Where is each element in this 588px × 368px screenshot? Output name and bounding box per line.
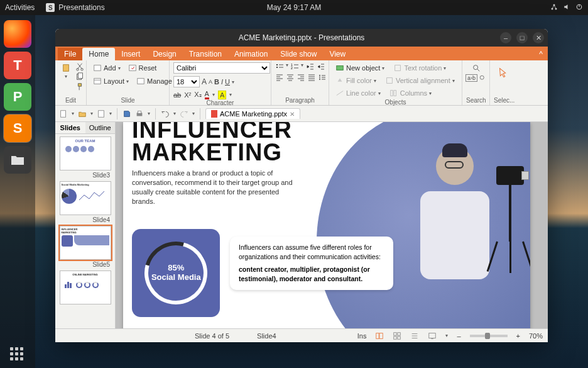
menu-design[interactable]: Design	[146, 48, 182, 60]
undo-icon[interactable]	[161, 109, 170, 118]
show-applications[interactable]	[10, 347, 23, 360]
sub-button[interactable]: X₂	[194, 91, 201, 99]
callout-box: Influencers can assume five different ro…	[230, 237, 393, 290]
font-color-button[interactable]: A	[205, 90, 209, 99]
print-icon[interactable]	[135, 109, 144, 118]
outline-tab[interactable]: Outline	[85, 122, 116, 133]
view-outline-icon[interactable]	[410, 332, 419, 340]
line-spacing-icon[interactable]	[318, 73, 327, 82]
new-object-button[interactable]: New object ▾	[333, 62, 387, 74]
power-icon[interactable]	[575, 3, 583, 13]
add-slide-button[interactable]: Add ▾	[90, 62, 123, 74]
new-doc-icon[interactable]	[59, 109, 68, 118]
underline-button[interactable]: U	[225, 78, 230, 86]
copy-icon[interactable]	[75, 72, 84, 81]
zoom-out[interactable]: –	[457, 332, 460, 340]
zoom-slider[interactable]	[470, 335, 508, 337]
slides-tab[interactable]: Slides	[55, 122, 85, 133]
line-color-button[interactable]: Line color ▾	[333, 87, 383, 99]
zoom-in[interactable]: +	[516, 332, 520, 340]
font-size-select[interactable]: 18	[173, 76, 200, 87]
highlight-button[interactable]: A	[218, 91, 226, 99]
super-button[interactable]: X²	[184, 91, 191, 99]
align-left-icon[interactable]	[275, 73, 284, 82]
reset-slide-button[interactable]: Reset	[126, 62, 160, 74]
dock: T P S	[0, 15, 35, 368]
menu-slideshow[interactable]: Slide show	[274, 48, 323, 60]
shrink-font-icon[interactable]: A	[209, 79, 212, 85]
slide-thumb-3[interactable]: OUR TEAM	[60, 137, 111, 170]
menu-view[interactable]: View	[323, 48, 352, 60]
svg-text:2: 2	[291, 66, 293, 70]
volume-icon[interactable]	[563, 3, 570, 13]
svg-rect-40	[394, 332, 396, 335]
hero-image	[317, 122, 530, 328]
inc-indent-icon[interactable]	[316, 62, 325, 71]
slide-thumb-4b[interactable]: INFLUENCERMARKETING	[60, 226, 111, 260]
select-tool-icon[interactable]	[496, 66, 510, 80]
activities-button[interactable]: Activities	[5, 3, 35, 12]
slide-canvas[interactable]: INFLUENCERMARKETING Influencers make a b…	[116, 122, 548, 328]
italic-button[interactable]: I	[221, 78, 223, 86]
numbering-icon[interactable]: 12	[290, 62, 299, 71]
underline-dropdown[interactable]: ▾	[232, 79, 234, 85]
columns-button[interactable]: Columns ▾	[387, 87, 434, 99]
slide-thumb-5[interactable]: ONLINE MARKETING	[60, 270, 111, 304]
cut-icon[interactable]	[75, 62, 84, 71]
slide-thumb-4a[interactable]: Social Media Marketing	[60, 181, 111, 215]
gnome-topbar: Activities S Presentations May 24 9:17 A…	[0, 0, 588, 15]
replace-icon[interactable]: a›b	[466, 74, 477, 82]
view-show-icon[interactable]	[428, 332, 437, 340]
svg-rect-37	[70, 283, 72, 288]
format-painter-icon[interactable]	[75, 82, 84, 91]
zoom-level[interactable]: 70%	[529, 332, 543, 340]
save-icon[interactable]	[122, 109, 131, 118]
network-icon[interactable]	[550, 3, 558, 13]
dock-planmaker[interactable]: P	[4, 83, 31, 111]
slide-label: Slide4	[55, 216, 115, 223]
dock-firefox[interactable]	[4, 20, 31, 48]
dock-presentations[interactable]: S	[4, 114, 31, 142]
menu-insert[interactable]: Insert	[115, 48, 146, 60]
menu-file[interactable]: File	[58, 48, 82, 60]
dock-files[interactable]	[4, 146, 31, 174]
view-sorter-icon[interactable]	[393, 332, 401, 340]
dock-textmaker[interactable]: T	[4, 52, 31, 79]
grow-font-icon[interactable]: A	[202, 77, 207, 86]
align-justify-icon[interactable]	[307, 73, 316, 82]
ribbon-collapse-icon[interactable]: ^	[533, 48, 548, 60]
dec-indent-icon[interactable]	[305, 62, 314, 71]
font-family-select[interactable]: Calibri	[173, 62, 270, 74]
redo-icon[interactable]	[180, 109, 188, 118]
minimize-button[interactable]: –	[500, 32, 511, 43]
bold-button[interactable]: B	[214, 78, 219, 86]
menu-animation[interactable]: Animation	[228, 48, 274, 60]
menu-transition[interactable]: Transition	[183, 48, 228, 60]
svg-rect-38	[376, 333, 379, 338]
layout-button[interactable]: Layout ▾	[90, 75, 131, 87]
bullets-icon[interactable]	[275, 62, 284, 71]
open-icon[interactable]	[78, 109, 87, 118]
ribbon-group-slide: Slide	[90, 97, 165, 105]
maximize-button[interactable]: □	[516, 32, 528, 43]
close-button[interactable]: ✕	[533, 32, 544, 43]
fill-color-button[interactable]: Fill color ▾	[333, 75, 379, 86]
strike-button[interactable]: ab	[173, 91, 181, 99]
app-indicator[interactable]: S Presentations	[46, 3, 104, 12]
clock[interactable]: May 24 9:17 AM	[267, 3, 322, 12]
menu-home[interactable]: Home	[82, 48, 115, 60]
view-normal-icon[interactable]	[375, 332, 384, 340]
paste-button[interactable]: ▾	[59, 62, 73, 81]
insert-mode[interactable]: Ins	[357, 332, 367, 340]
goto-icon[interactable]	[479, 74, 486, 82]
stat-card: 85%Social Media	[132, 229, 220, 317]
align-right-icon[interactable]	[297, 73, 305, 82]
tab-close-icon[interactable]: ✕	[290, 111, 295, 118]
svg-rect-43	[398, 336, 400, 338]
find-icon[interactable]	[472, 64, 481, 72]
document-tab[interactable]: ACME Marketing.pptx ✕	[205, 108, 300, 119]
template-icon[interactable]	[97, 109, 106, 118]
text-rotation-button[interactable]: Text rotation ▾	[391, 62, 449, 74]
vertical-align-button[interactable]: Vertical alignment ▾	[383, 75, 457, 86]
align-center-icon[interactable]	[286, 73, 295, 82]
